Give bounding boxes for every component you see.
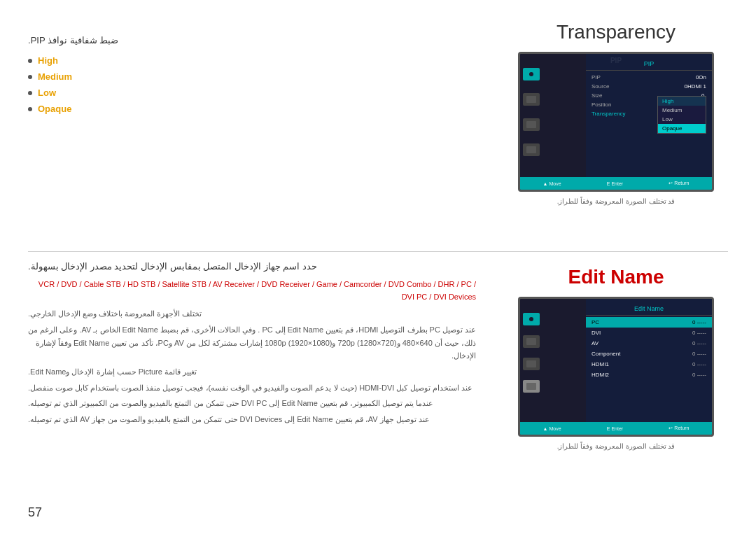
option-opaque-label: Opaque (38, 104, 71, 114)
editname-tv-area: Edit Name (504, 259, 728, 520)
svg-rect-3 (526, 121, 536, 128)
transparency-bottom-note: قد تختلف الصورة المعروضة وفقاً للطراز. (557, 197, 676, 205)
editname-icon-2 (523, 335, 540, 348)
edit-label-pc: PC (592, 319, 599, 325)
svg-point-1 (529, 72, 533, 76)
edit-label-component: Component (592, 351, 620, 357)
editname-bottom-note: قد تختلف الصورة المعروضة وفقاً للطراز. (557, 442, 676, 450)
page-container: ضبط شفافية نوافذ PIP. High Medium Low Op… (0, 0, 756, 534)
menu-label-size: Size (592, 92, 603, 99)
menu-label-pip: PIP (592, 74, 601, 80)
bullet-dot-opaque (28, 107, 32, 111)
editname-body-3: تغيير قائمة Picture حسب إشارة الإدخال وE… (28, 365, 197, 379)
list-item-opaque: Opaque (28, 104, 72, 114)
bullet-dot-medium (28, 75, 32, 79)
edit-label-dvi: DVI (592, 330, 601, 336)
editname-arabic-title: حدد اسم جهاز الإدخال المتصل بمقابس الإدخ… (28, 259, 317, 274)
menu-label-position: Position (592, 101, 611, 108)
edit-value-pc: 0 ----- (692, 319, 706, 325)
tv-bottom-bar-editname: ▲ Move E Enter ↩ Return (520, 422, 712, 435)
editname-icon-list (523, 313, 540, 393)
editname-menu-title: Edit Name (586, 303, 712, 316)
menu-label-transparency: Transparency (592, 111, 626, 117)
editname-tv-screen: Edit Name PC 0 ----- DVI 0 ----- AV 0 --… (518, 297, 714, 437)
menu-panel-title: PIP (586, 58, 712, 71)
edit-value-component: 0 ----- (692, 351, 706, 357)
transparency-dropdown: High Medium Low Opaque (657, 96, 706, 134)
menu-row-source: Source 0HDMI 1 (586, 82, 712, 91)
tv-icon-1 (523, 68, 540, 80)
tv-icon-2 (523, 93, 540, 106)
editname-text-area: حدد اسم جهاز الإدخال المتصل بمقابس الإدخ… (28, 259, 504, 520)
list-item-low: Low (28, 87, 72, 98)
svg-rect-4 (526, 146, 536, 153)
editname-icon-4 (523, 380, 540, 393)
list-item-high: High (28, 55, 72, 66)
edit-value-hdmi2: 0 ----- (692, 372, 706, 378)
tv-icon-3 (523, 118, 540, 131)
edit-label-av: AV (592, 340, 598, 346)
menu-value-source: 0HDMI 1 (684, 83, 706, 90)
edit-row-hdmi1: HDMI1 0 ----- (586, 359, 712, 370)
bullet-dot-high (28, 59, 32, 63)
editname-icon-1 (523, 313, 540, 325)
tv-icon-4 (523, 143, 540, 156)
transparency-section: ضبط شفافية نوافذ PIP. High Medium Low Op… (28, 14, 728, 252)
edit-row-av: AV 0 ----- (586, 338, 712, 349)
menu-value-pip: 0On (696, 74, 706, 80)
bottom-bar-return: ↩ Return (668, 181, 689, 186)
bottom-bar2-enter: E Enter (607, 426, 623, 431)
edit-value-av: 0 ----- (692, 340, 706, 346)
transparency-arabic-title: ضبط شفافية نوافذ PIP. (28, 35, 118, 45)
bullet-dot-low (28, 91, 32, 95)
transparency-tv-area: Transparency PIP (504, 14, 728, 244)
edit-label-hdmi2: HDMI2 (592, 372, 609, 378)
edit-value-hdmi1: 0 ----- (692, 361, 706, 367)
svg-point-6 (529, 317, 533, 321)
page-number: 57 (28, 505, 42, 520)
editname-body-6: عند توصيل جهاز AV، قم بتعيين Edit Name إ… (28, 413, 430, 426)
svg-rect-7 (526, 338, 536, 345)
bottom-bar-move: ▲ Move (543, 181, 561, 186)
editname-body-2: عند توصيل PC بطرف التوصيل HDMI، قم بتعيي… (28, 323, 476, 363)
menu-label-source: Source (592, 83, 609, 90)
editname-section: حدد اسم جهاز الإدخال المتصل بمقابس الإدخ… (28, 252, 728, 520)
editname-red-line: VCR / DVD / Cable STB / HD STB / Satelli… (28, 279, 476, 303)
svg-rect-9 (526, 383, 536, 390)
svg-rect-2 (526, 96, 536, 103)
edit-label-hdmi1: HDMI1 (592, 361, 609, 367)
edit-value-dvi: 0 ----- (692, 330, 706, 336)
transparency-tv-screen: PIP (518, 52, 714, 192)
dropdown-item-high: High (658, 97, 706, 106)
transparency-options-list: High Medium Low Opaque (28, 55, 72, 120)
editname-icon-3 (523, 358, 540, 370)
editname-menu-panel: Edit Name PC 0 ----- DVI 0 ----- AV 0 --… (586, 299, 712, 435)
tv-icon-list (523, 68, 540, 156)
dropdown-item-medium: Medium (658, 106, 706, 115)
tv-bottom-bar-transparency: ▲ Move E Enter ↩ Return (520, 177, 712, 190)
list-item-medium: Medium (28, 71, 72, 82)
option-low-label: Low (38, 87, 56, 98)
editname-title: Edit Name (568, 266, 664, 288)
option-high-label: High (38, 55, 58, 66)
edit-row-hdmi2: HDMI2 0 ----- (586, 370, 712, 380)
dropdown-item-opaque: Opaque (658, 124, 706, 133)
edit-row-dvi: DVI 0 ----- (586, 328, 712, 338)
editname-body-5: عندما يتم توصيل الكمبيوتر، قم بتعيين Edi… (28, 397, 433, 410)
edit-row-pc: PC 0 ----- (586, 317, 712, 328)
editname-body-4: عند استخدام توصيل كبل HDMI-DVI (حيث لا ي… (28, 381, 472, 395)
editname-body-1: تختلف الأجهزة المعروضة باختلاف وضع الإدخ… (28, 307, 202, 321)
transparency-title: Transparency (556, 21, 676, 43)
bottom-bar-enter: E Enter (607, 181, 623, 186)
menu-row-pip: PIP 0On (586, 73, 712, 82)
pip-menu-panel: PIP PIP 0On Source 0HDMI 1 Size 0- (586, 54, 712, 190)
dropdown-item-low: Low (658, 115, 706, 124)
transparency-text-area: ضبط شفافية نوافذ PIP. High Medium Low Op… (28, 14, 504, 244)
edit-row-component: Component 0 ----- (586, 349, 712, 359)
option-medium-label: Medium (38, 71, 72, 82)
svg-rect-8 (526, 360, 536, 367)
bottom-bar2-return: ↩ Return (668, 426, 689, 431)
bottom-bar2-move: ▲ Move (543, 426, 561, 431)
